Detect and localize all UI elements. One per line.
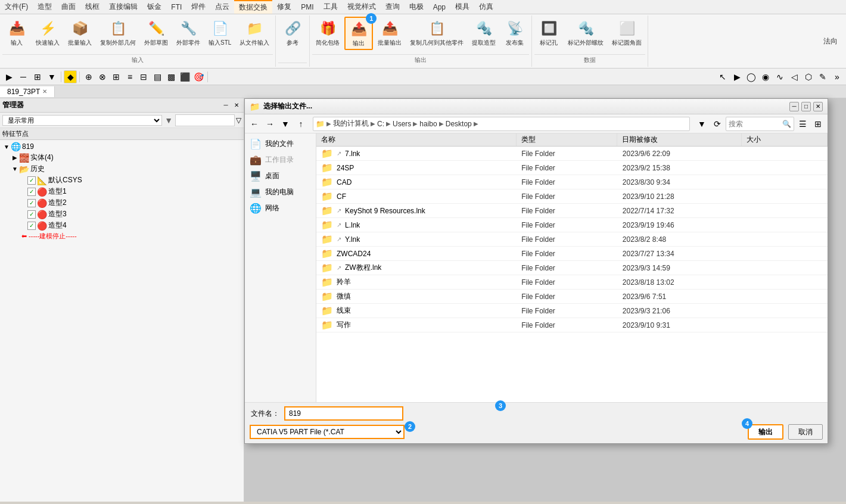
tb2-right4[interactable]: ◉ bbox=[759, 70, 772, 83]
tb2-tool2[interactable]: ⊗ bbox=[96, 70, 109, 83]
menu-tools[interactable]: 工具 bbox=[319, 1, 343, 13]
btn-extract[interactable]: 🔩 提取造型 bbox=[468, 17, 499, 49]
menu-sheetmetal[interactable]: 钣金 bbox=[142, 1, 166, 13]
menu-data-exchange[interactable]: 数据交换 bbox=[234, 0, 272, 14]
btn-copy-external[interactable]: 📋 复制外部几何 bbox=[97, 17, 139, 49]
menu-electrode[interactable]: 电极 bbox=[405, 1, 428, 13]
cancel-btn[interactable]: 取消 bbox=[788, 424, 823, 440]
tb2-filter-btn[interactable]: ▼ bbox=[45, 70, 58, 83]
tb2-right8[interactable]: ✎ bbox=[816, 70, 829, 83]
file-row[interactable]: 📁 CAD File Folder 2023/8/30 9:34 bbox=[316, 175, 828, 189]
btn-mark-ext-thread[interactable]: 🔩 标记外部螺纹 bbox=[564, 17, 607, 49]
dlg-breadcrumb-dropdown[interactable]: ▼ bbox=[695, 117, 709, 131]
btn-publish[interactable]: 📡 发布集 bbox=[500, 17, 529, 49]
file-row[interactable]: 📁↗ KeyShot 9 Resources.lnk File Folder 2… bbox=[316, 204, 828, 218]
tree-item-819[interactable]: ▼ 🌐 819 bbox=[1, 141, 242, 152]
menu-visual[interactable]: 视觉样式 bbox=[343, 1, 381, 13]
bread-mycomputer[interactable]: 我的计算机 bbox=[333, 119, 369, 129]
btn-export[interactable]: 📤 输出 1 bbox=[344, 17, 373, 50]
tb2-tool5[interactable]: ⊟ bbox=[137, 70, 150, 83]
tree-item-shape1[interactable]: ✓ 🔴 造型1 bbox=[1, 186, 242, 197]
col-header-size[interactable]: 大小 bbox=[742, 133, 828, 146]
file-row[interactable]: 📁 CF File Folder 2023/9/10 21:28 bbox=[316, 189, 828, 204]
output-btn[interactable]: 输出 bbox=[748, 424, 783, 440]
btn-quick-import[interactable]: ⚡ 快速输入 bbox=[32, 17, 63, 49]
filter-icon[interactable]: ▼ bbox=[164, 116, 173, 125]
menu-surface[interactable]: 曲面 bbox=[57, 1, 80, 13]
file-row[interactable]: 📁 24SP File Folder 2023/9/2 15:38 bbox=[316, 161, 828, 175]
bread-c[interactable]: C: bbox=[377, 120, 384, 128]
menu-sim[interactable]: 仿真 bbox=[474, 1, 498, 13]
bread-users[interactable]: Users bbox=[393, 120, 411, 128]
tb2-tool9[interactable]: 🎯 bbox=[192, 70, 205, 83]
dialog-search-input[interactable] bbox=[729, 120, 782, 128]
tb2-tool3[interactable]: ⊞ bbox=[110, 70, 123, 83]
tree-checkbox-csys[interactable]: ✓ bbox=[27, 176, 36, 185]
tb2-arrow-btn1[interactable]: ▶ bbox=[2, 70, 15, 83]
menu-query[interactable]: 查询 bbox=[381, 1, 405, 13]
bread-computer[interactable]: 📁 bbox=[316, 120, 325, 128]
menu-repair[interactable]: 修复 bbox=[272, 1, 296, 13]
col-header-date[interactable]: 日期被修改 bbox=[617, 133, 741, 146]
menu-file[interactable]: 文件(F) bbox=[0, 1, 33, 13]
tb2-grid-btn[interactable]: ⊞ bbox=[31, 70, 44, 83]
btn-batch-import[interactable]: 📦 批量输入 bbox=[64, 17, 95, 49]
btn-external-sketch[interactable]: ✏️ 外部草图 bbox=[141, 17, 172, 49]
tb2-right6[interactable]: ◁ bbox=[788, 70, 801, 83]
bread-haibo[interactable]: haibo bbox=[419, 120, 437, 128]
btn-import-from-file[interactable]: 📁 从文件输入 bbox=[236, 17, 273, 49]
menu-modeling[interactable]: 造型 bbox=[33, 1, 57, 13]
dsidebar-myfiles[interactable]: 📄 我的文件 bbox=[245, 136, 316, 152]
menu-pmi[interactable]: PMI bbox=[296, 2, 318, 13]
btn-external-part[interactable]: 🔧 外部零件 bbox=[173, 17, 204, 49]
btn-mark-hole[interactable]: 🔲 标记孔 bbox=[534, 17, 563, 49]
menu-app[interactable]: App bbox=[428, 2, 450, 13]
btn-ref[interactable]: 🔗 参考 bbox=[278, 17, 307, 49]
sidebar-close[interactable]: ✕ bbox=[232, 101, 241, 110]
dialog-min-btn[interactable]: ─ bbox=[789, 102, 799, 111]
dsidebar-network[interactable]: 🌐 网络 bbox=[245, 200, 316, 216]
menu-weld[interactable]: 焊件 bbox=[186, 1, 210, 13]
col-header-name[interactable]: 名称 bbox=[316, 133, 517, 146]
tb2-right9[interactable]: » bbox=[831, 70, 844, 83]
tree-item-history[interactable]: ▼ 📂 历史 bbox=[1, 163, 242, 175]
tree-toggle-history[interactable]: ▼ bbox=[11, 166, 19, 172]
tree-checkbox-shape1[interactable]: ✓ bbox=[27, 188, 36, 196]
tb2-right3[interactable]: ◯ bbox=[745, 70, 758, 83]
file-row[interactable]: 📁↗ ZW教程.lnk File Folder 2023/9/3 14:59 bbox=[316, 261, 828, 275]
tree-item-csys[interactable]: ✓ 📐 默认CSYS bbox=[1, 175, 242, 186]
tree-checkbox-shape2[interactable]: ✓ bbox=[27, 199, 36, 207]
file-row[interactable]: 📁 线束 File Folder 2023/9/3 21:06 bbox=[316, 304, 828, 318]
dialog-close-btn[interactable]: ✕ bbox=[813, 102, 823, 111]
tab-819[interactable]: 819_73PT ✕ bbox=[0, 86, 55, 97]
btn-import-stl[interactable]: 📄 输入STL bbox=[205, 17, 235, 49]
file-row[interactable]: 📁 羚羊 File Folder 2023/8/18 13:02 bbox=[316, 275, 828, 290]
file-row[interactable]: 📁↗ 7.lnk File Folder 2023/9/6 22:09 bbox=[316, 147, 828, 161]
menu-mold[interactable]: 模具 bbox=[450, 1, 474, 13]
filename-input[interactable] bbox=[284, 406, 403, 421]
btn-copy-geom[interactable]: 📋 复制几何到其他零件 bbox=[406, 17, 467, 49]
tab-819-close[interactable]: ✕ bbox=[42, 88, 47, 95]
tb2-right1[interactable]: ↖ bbox=[716, 70, 729, 83]
tb2-tool1[interactable]: ⊕ bbox=[82, 70, 95, 83]
tb2-right5[interactable]: ∿ bbox=[773, 70, 786, 83]
tree-toggle-solid[interactable]: ▶ bbox=[11, 154, 19, 161]
tree-item-solid[interactable]: ▶ 🧱 实体(4) bbox=[1, 152, 242, 163]
dsidebar-mycomputer[interactable]: 💻 我的电脑 bbox=[245, 184, 316, 200]
dlg-view-detail-btn[interactable]: ⊞ bbox=[811, 117, 825, 131]
tree-checkbox-shape4[interactable]: ✓ bbox=[27, 222, 36, 230]
tree-item-shape2[interactable]: ✓ 🔴 造型2 bbox=[1, 197, 242, 209]
menu-direct-edit[interactable]: 直接编辑 bbox=[104, 1, 142, 13]
col-header-type[interactable]: 类型 bbox=[517, 133, 618, 146]
file-row[interactable]: 📁↗ L.lnk File Folder 2023/9/19 19:46 bbox=[316, 218, 828, 232]
btn-batch-export[interactable]: 📤 批量输出 bbox=[374, 17, 405, 49]
file-row[interactable]: 📁 写作 File Folder 2023/9/10 9:31 bbox=[316, 318, 828, 332]
tb2-tool6[interactable]: ▤ bbox=[151, 70, 164, 83]
tb2-minus-btn[interactable]: ─ bbox=[17, 70, 30, 83]
dlg-back-btn[interactable]: ← bbox=[247, 117, 262, 131]
file-row[interactable]: 📁 ZWCAD24 File Folder 2023/7/27 13:34 bbox=[316, 247, 828, 261]
dlg-view-list-btn[interactable]: ☰ bbox=[795, 117, 810, 131]
btn-import[interactable]: 📥 输入 bbox=[2, 17, 31, 49]
menu-fti[interactable]: FTI bbox=[166, 2, 186, 13]
tb2-right2[interactable]: ▶ bbox=[730, 70, 744, 83]
